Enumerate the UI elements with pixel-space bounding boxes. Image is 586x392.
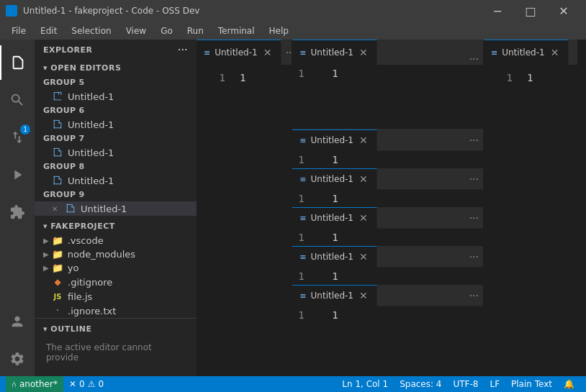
cursor-position-status[interactable]: Ln 1, Col 1 [336, 376, 394, 392]
sub-tab-3[interactable]: ≡ Untitled-1 ✕ [292, 168, 377, 190]
file-js[interactable]: JS file.js [35, 289, 197, 304]
error-icon: ✕ [69, 379, 76, 389]
activity-search[interactable] [0, 83, 35, 117]
line-num-s3: 1 [298, 193, 304, 204]
menu-view[interactable]: View [120, 24, 152, 37]
sub-tab-5[interactable]: ≡ Untitled-1 ✕ [292, 246, 377, 268]
tab-close-g1[interactable]: ✕ [262, 47, 274, 58]
menu-selection[interactable]: Selection [66, 24, 117, 37]
spaces-status[interactable]: Spaces: 4 [394, 376, 447, 392]
errors-status[interactable]: ✕ 0 ⚠ 0 [63, 376, 109, 392]
explorer-menu-icon[interactable]: ··· [178, 45, 188, 55]
minimize-button[interactable]: − [481, 0, 514, 22]
fakeproject-header[interactable]: ▾ FAKEPROJECT [35, 216, 197, 234]
folder-node-modules[interactable]: ▶ 📁 node_modules [35, 247, 197, 261]
editor-content-g1[interactable]: 1 1 [197, 65, 292, 376]
group9-item-label: Untitled-1 [81, 204, 127, 214]
language-status[interactable]: Plain Text [505, 376, 558, 392]
line-ending-status[interactable]: LF [484, 376, 505, 392]
sub-tab6-close[interactable]: ✕ [358, 290, 369, 301]
warning-count: 0 [98, 379, 104, 389]
sub-tab-4[interactable]: ≡ Untitled-1 ✕ [292, 207, 377, 229]
sub-tab3-menu[interactable]: ··· [465, 173, 483, 185]
group9-untitled1[interactable]: ✕ Untitled-1 [35, 201, 197, 216]
file-icon-g6 [52, 119, 63, 130]
activity-extensions[interactable] [0, 195, 35, 229]
git-icon: ◆ [52, 276, 63, 288]
close-button[interactable]: ✕ [547, 0, 580, 22]
line-content-s5: 1 [332, 270, 338, 282]
svg-rect-9 [54, 120, 59, 121]
tab-close-g2[interactable]: ✕ [358, 47, 369, 58]
sub-content-6[interactable]: 1 1 [292, 306, 483, 376]
activity-settings[interactable] [0, 342, 35, 376]
tab-overflow-menu-g2[interactable]: ··· [465, 53, 483, 65]
sub-tab2-menu[interactable]: ··· [465, 135, 483, 146]
sub-tab2-close[interactable]: ✕ [358, 135, 369, 146]
line-ending-label: LF [490, 379, 500, 389]
folder-vscode[interactable]: ▶ 📁 .vscode [35, 234, 197, 247]
window-controls: − □ ✕ [481, 0, 580, 22]
svg-rect-26 [73, 206, 74, 212]
group7-item-label: Untitled-1 [68, 147, 114, 158]
notifications-bell[interactable]: 🔔 [558, 376, 580, 392]
menu-file[interactable]: File [6, 24, 32, 37]
main-layout: 1 EXPLORER ··· [0, 40, 586, 376]
sub-tab4-menu[interactable]: ··· [465, 212, 483, 224]
editor-tabs-group1: ≡ Untitled-1 ✕ ··· [197, 40, 292, 65]
sub-content-2[interactable]: 1 1 [292, 151, 483, 168]
explorer-header[interactable]: EXPLORER ··· [35, 40, 197, 58]
svg-rect-6 [54, 120, 55, 128]
close-icon-small[interactable]: ✕ [52, 205, 60, 213]
sub-tab4-close[interactable]: ✕ [358, 212, 369, 224]
editor-content-g3[interactable]: 1 1 [484, 65, 577, 376]
svg-rect-24 [67, 204, 68, 212]
sub-content-3[interactable]: 1 1 [292, 190, 483, 207]
activity-explorer[interactable] [0, 45, 35, 80]
menu-help[interactable]: Help [263, 24, 294, 37]
sub-content-4[interactable]: 1 1 [292, 229, 483, 246]
chevron-down-icon-outline: ▾ [43, 324, 50, 334]
sub-content-1[interactable]: 1 1 [292, 65, 483, 129]
spaces-label: Spaces: 4 [400, 379, 441, 389]
activity-account[interactable] [0, 304, 35, 339]
git-branch-status[interactable]: ⑃ another* [6, 376, 63, 392]
tab-untitled1-g3[interactable]: ≡ Untitled-1 ✕ [484, 40, 569, 65]
status-bar: ⑃ another* ✕ 0 ⚠ 0 Ln 1, Col 1 Spaces: 4… [0, 376, 586, 392]
file-ignore-txt[interactable]: · .ignore.txt [35, 304, 197, 318]
sub-tab5-menu[interactable]: ··· [465, 251, 483, 263]
sub-tab-6[interactable]: ≡ Untitled-1 ✕ [292, 285, 377, 306]
group5-untitled1[interactable]: Untitled-1 [35, 89, 197, 104]
menu-run[interactable]: Run [181, 24, 209, 37]
menu-go[interactable]: Go [155, 24, 179, 37]
file-icon-g8 [52, 175, 63, 186]
open-editors-header[interactable]: ▾ OPEN EDITORS [35, 58, 197, 76]
group6-item-label: Untitled-1 [68, 119, 114, 130]
activity-source-control[interactable]: 1 [0, 120, 35, 155]
tab-close-g3[interactable]: ✕ [549, 47, 561, 58]
sub-tab5-close[interactable]: ✕ [358, 251, 369, 263]
file-gitignore[interactable]: ◆ .gitignore [35, 275, 197, 289]
outline-header[interactable]: ▾ OUTLINE [35, 319, 197, 337]
menu-terminal[interactable]: Terminal [212, 24, 261, 37]
sub-content-5[interactable]: 1 1 [292, 268, 483, 285]
menu-edit[interactable]: Edit [35, 24, 63, 37]
group8-untitled1[interactable]: Untitled-1 [35, 173, 197, 188]
activity-run[interactable] [0, 158, 35, 192]
editor-area: ≡ Untitled-1 ✕ ··· 1 1 ≡ Untitled-1 ✕ ··… [197, 40, 586, 376]
group7-untitled1[interactable]: Untitled-1 [35, 145, 197, 160]
folder-yo[interactable]: ▶ 📁 yo [35, 261, 197, 275]
sub-tab3-close[interactable]: ✕ [358, 173, 369, 185]
maximize-button[interactable]: □ [514, 0, 547, 22]
scrollbar[interactable] [577, 40, 586, 376]
encoding-status[interactable]: UTF-8 [447, 376, 484, 392]
sub-tab-row-4: ≡ Untitled-1 ✕ ··· [292, 207, 483, 229]
sub-tab-2[interactable]: ≡ Untitled-1 ✕ [292, 129, 377, 151]
group6-untitled1[interactable]: Untitled-1 [35, 117, 197, 132]
sub-tab4-label: Untitled-1 [311, 213, 353, 223]
sub-tab6-menu[interactable]: ··· [465, 290, 483, 301]
position-label: Ln 1, Col 1 [342, 379, 388, 389]
tab-untitled1-g2-main[interactable]: ≡ Untitled-1 ✕ [292, 40, 377, 65]
tab-untitled1-g1[interactable]: ≡ Untitled-1 ✕ [197, 40, 281, 65]
svg-rect-23 [58, 178, 61, 179]
